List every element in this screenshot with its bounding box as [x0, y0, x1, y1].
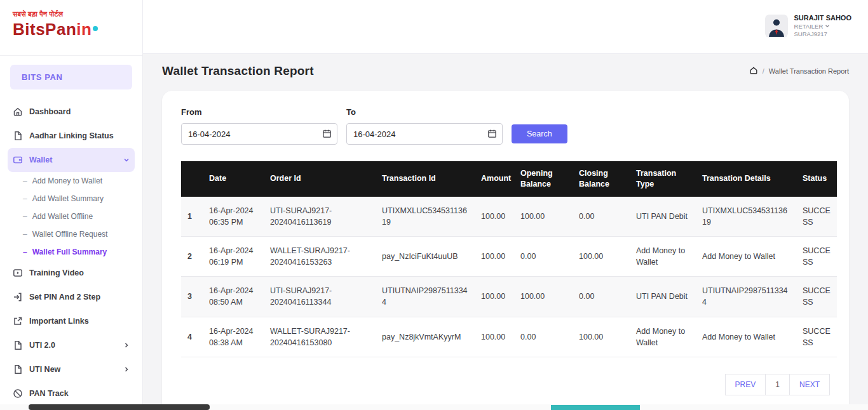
user-id: SURAJ9217 — [794, 30, 851, 38]
cell-transaction-id: pay_Nz8jkVmtAKyyrM — [376, 317, 475, 357]
document-icon — [13, 131, 23, 141]
sidebar-item-uti-new[interactable]: UTI New — [8, 357, 135, 381]
cell-closing-balance: 0.00 — [573, 197, 630, 237]
play-circle-icon — [13, 268, 23, 278]
target-icon — [13, 388, 23, 399]
sidebar-item-training-video[interactable]: Training Video — [8, 261, 135, 285]
external-link-icon — [13, 316, 23, 326]
cell-transation-type: Add Money to Wallet — [630, 317, 696, 357]
page-title: Wallet Transaction Report — [162, 64, 314, 78]
status-badge: SUCCESS — [796, 197, 837, 237]
top-header: SURAJIT SAHOO RETAILER SURAJ9217 — [143, 0, 868, 54]
sidebar-item-wallet-offline-request[interactable]: Wallet Offline Request — [8, 225, 135, 243]
cell-transation-type: UTI PAN Debit — [630, 197, 696, 237]
table-row: 3 16-Apr-202408:50 AM UTI-SURAJ9217-2024… — [181, 277, 837, 317]
sidebar-item-label: PAN Track — [29, 389, 69, 398]
chevron-right-icon — [123, 342, 130, 348]
col-header-transation-details: Transation Details — [696, 161, 796, 197]
sidebar-item-uti-2-0[interactable]: UTI 2.0 — [8, 333, 135, 357]
brand-logo[interactable]: सबसे बड़ा पैन पोर्टल BitsPanin — [0, 0, 142, 56]
sidebar-item-label: Training Video — [29, 268, 84, 277]
sidebar-subitem-label: Add Money to Wallet — [32, 176, 102, 185]
sidebar-item-wallet[interactable]: Wallet — [8, 148, 135, 172]
document-icon — [13, 340, 23, 350]
sidebar-subitem-label: Wallet Full Summary — [32, 248, 107, 256]
cell-opening-balance: 0.00 — [514, 317, 573, 357]
table-row: 2 16-Apr-202406:19 PM WALLET-SURAJ9217-2… — [181, 237, 837, 277]
table-header-row: Date Order Id Transaction Id Amount Open… — [181, 161, 837, 197]
cell-num: 1 — [181, 197, 203, 237]
cell-order-id: WALLET-SURAJ9217-20240416153263 — [264, 237, 376, 277]
cell-opening-balance: 0.00 — [514, 237, 573, 277]
cell-order-id: UTI-SURAJ9217-20240416113344 — [264, 277, 376, 317]
sidebar-item-wallet-full-summary[interactable]: Wallet Full Summary — [8, 243, 135, 261]
prev-page-button[interactable]: PREV — [725, 374, 766, 395]
cell-closing-balance: 0.00 — [573, 277, 630, 317]
scrollbar-thumb[interactable] — [29, 404, 210, 410]
sidebar-item-add-wallet-summary[interactable]: Add Wallet Summary — [8, 190, 135, 208]
wallet-icon — [13, 155, 23, 165]
cell-num: 4 — [181, 317, 203, 357]
home-icon[interactable] — [749, 66, 758, 76]
sidebar-item-label: Wallet — [29, 155, 52, 164]
table-row: 1 16-Apr-202406:35 PM UTI-SURAJ9217-2024… — [181, 197, 837, 237]
sidebar-item-add-wallet-offline[interactable]: Add Wallet Offline — [8, 208, 135, 225]
col-header-closing-balance: Closing Balance — [573, 161, 630, 197]
status-badge: SUCCESS — [796, 237, 837, 277]
from-date-input[interactable] — [181, 123, 337, 145]
status-badge: SUCCESS — [796, 277, 837, 317]
cell-order-id: WALLET-SURAJ9217-20240416153080 — [264, 317, 376, 357]
report-card: From To Search — [162, 91, 849, 410]
sidebar-item-important-links[interactable]: Important Links — [8, 309, 135, 333]
to-label: To — [346, 107, 503, 117]
cell-transation-type: UTI PAN Debit — [630, 277, 696, 317]
breadcrumb-current: Wallet Transaction Report — [769, 67, 849, 75]
page-number-button[interactable]: 1 — [765, 374, 790, 395]
document-icon — [13, 364, 23, 374]
breadcrumb-separator: / — [763, 67, 764, 75]
cell-date: 16-Apr-202408:38 AM — [203, 317, 264, 357]
cell-date: 16-Apr-202408:50 AM — [203, 277, 264, 317]
sidebar-item-aadhar-linking-status[interactable]: Aadhar Linking Status — [8, 124, 135, 148]
sidebar-item-label: Important Links — [29, 317, 89, 326]
to-date-input[interactable] — [346, 123, 503, 145]
chevron-right-icon — [123, 366, 130, 373]
horizontal-scrollbar — [0, 404, 868, 410]
col-header-status: Status — [796, 161, 837, 197]
sidebar-menu: Dashboard Aadhar Linking Status Wallet A… — [0, 96, 142, 409]
cell-opening-balance: 100.00 — [514, 277, 573, 317]
status-badge: SUCCESS — [796, 317, 837, 357]
transactions-table: Date Order Id Transaction Id Amount Open… — [181, 161, 837, 357]
sidebar-item-label: Aadhar Linking Status — [29, 131, 114, 140]
table-row: 4 16-Apr-202408:38 AM WALLET-SURAJ9217-2… — [181, 317, 837, 357]
sidebar-item-pan-track[interactable]: PAN Track — [8, 381, 135, 406]
sidebar-item-label: Set PIN And 2 Step — [29, 293, 100, 301]
sidebar-item-dashboard[interactable]: Dashboard — [8, 100, 135, 124]
teal-bar — [551, 405, 640, 410]
user-role: RETAILER — [794, 23, 851, 30]
sidebar: सबसे बड़ा पैन पोर्टल BitsPanin BITS PAN … — [0, 0, 143, 410]
cell-order-id: UTI-SURAJ9217-20240416113619 — [264, 197, 376, 237]
sidebar-item-set-pin-and-2-step[interactable]: Set PIN And 2 Step — [8, 285, 135, 309]
cell-transation-details: Add Money to Wallet — [696, 237, 796, 277]
cell-date: 16-Apr-202406:19 PM — [203, 237, 264, 277]
cell-closing-balance: 100.00 — [573, 237, 630, 277]
cell-amount: 100.00 — [475, 237, 514, 277]
sidebar-item-add-money-to-wallet[interactable]: Add Money to Wallet — [8, 172, 135, 190]
panel-title: BITS PAN — [10, 65, 132, 89]
cell-transation-details: Add Money to Wallet — [696, 317, 796, 357]
cell-transation-details: UTIUTNAIP29875113344 — [696, 277, 796, 317]
chevron-down-icon — [825, 23, 830, 30]
next-page-button[interactable]: NEXT — [789, 374, 830, 395]
breadcrumb: / Wallet Transaction Report — [749, 66, 849, 76]
cell-transation-details: UTIXMXLUC53453113619 — [696, 197, 796, 237]
cell-transaction-id: UTIXMXLUC53453113619 — [376, 197, 475, 237]
col-header-opening-balance: Opening Balance — [514, 161, 573, 197]
avatar — [765, 15, 788, 37]
user-role-label: RETAILER — [794, 23, 824, 30]
sidebar-subitem-label: Add Wallet Offline — [32, 212, 93, 221]
cell-date: 16-Apr-202406:35 PM — [203, 197, 264, 237]
search-button[interactable]: Search — [512, 124, 567, 143]
cell-amount: 100.00 — [475, 277, 514, 317]
user-menu[interactable]: SURAJIT SAHOO RETAILER SURAJ9217 — [765, 14, 851, 38]
